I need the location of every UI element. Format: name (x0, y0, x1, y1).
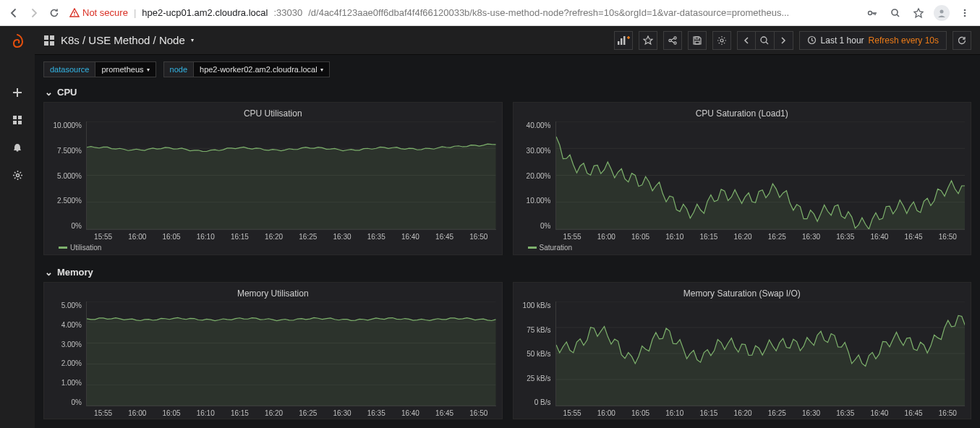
svg-point-2 (869, 11, 872, 14)
svg-point-4 (940, 9, 944, 13)
forward-button[interactable] (26, 5, 42, 21)
key-icon[interactable] (863, 4, 882, 22)
x-axis: 15:5516:0016:0516:1016:1516:2016:2516:30… (86, 406, 496, 417)
chevron-down-icon: ▾ (191, 37, 194, 43)
legend: Saturation (519, 241, 966, 253)
svg-rect-18 (618, 41, 620, 45)
back-button[interactable] (6, 5, 22, 21)
row-header-memory[interactable]: ⌄ Memory (43, 264, 971, 282)
panel-title: CPU Saturation (Load1) (519, 107, 966, 121)
svg-rect-9 (18, 116, 22, 119)
svg-rect-0 (74, 12, 74, 14)
url-host: hpe2-ucp01.am2.cloudra.local (142, 7, 268, 18)
var-node-value[interactable]: hpe2-worker02.am2.cloudra.local▾ (193, 61, 330, 77)
dashboard-title-text: K8s / USE Method / Node (61, 34, 185, 46)
create-icon[interactable] (6, 81, 29, 104)
legend-swatch (59, 247, 67, 249)
share-button[interactable] (663, 31, 682, 50)
url-port: :33030 (273, 7, 302, 18)
row-title-memory: Memory (57, 267, 93, 278)
dashboard-body: ⌄ CPU CPU Utilisation 10.000%7.500%5.000… (35, 84, 980, 428)
x-axis: 15:5516:0016:0516:1016:1516:2016:2516:30… (86, 230, 496, 241)
svg-rect-24 (695, 37, 699, 39)
var-datasource[interactable]: datasource prometheus▾ (43, 61, 156, 77)
address-bar[interactable]: Not secure | hpe2-ucp01.am2.cloudra.loca… (67, 7, 858, 18)
svg-rect-25 (695, 41, 699, 44)
url-path: /d/4ac4f123aae0ff6dbaf4f4f66120033b/k8s-… (308, 7, 789, 18)
zoom-icon[interactable] (886, 4, 905, 22)
var-datasource-value[interactable]: prometheus▾ (95, 61, 155, 77)
not-secure-text: Not secure (82, 7, 128, 18)
grafana-app: K8s / USE Method / Node ▾ Last 1 hour Re… (0, 26, 980, 428)
svg-point-6 (964, 12, 966, 14)
svg-point-5 (964, 9, 966, 11)
app-sidebar (0, 26, 35, 428)
legend: Utilisation (50, 241, 496, 253)
svg-rect-12 (17, 150, 19, 152)
svg-point-26 (720, 39, 723, 42)
chart-area[interactable]: 5.00%4.00%3.00%2.00%1.00%0% (50, 301, 496, 406)
time-range-text: Last 1 hour (821, 35, 864, 46)
svg-point-3 (892, 9, 898, 15)
panel-mem-util[interactable]: Memory Utilisation 5.00%4.00%3.00%2.00%1… (43, 282, 503, 419)
var-node[interactable]: node hpe2-worker02.am2.cloudra.local▾ (163, 61, 330, 77)
panel-title: Memory Saturation (Swap I/O) (519, 287, 966, 301)
zoom-out-button[interactable] (756, 31, 775, 50)
star-button[interactable] (639, 31, 657, 50)
bookmark-button[interactable] (909, 4, 928, 22)
panel-cpu-util[interactable]: CPU Utilisation 10.000%7.500%5.000%2.500… (43, 102, 503, 255)
legend-swatch (528, 247, 537, 249)
svg-point-22 (673, 36, 676, 38)
x-axis: 15:5516:0016:0516:1016:1516:2016:2516:30… (555, 406, 966, 417)
chart-area[interactable]: 40.00%30.00%20.00%10.00%0% (519, 121, 966, 230)
reload-button[interactable] (46, 5, 62, 21)
svg-point-13 (16, 174, 19, 176)
panel-mem-sat[interactable]: Memory Saturation (Swap I/O) 100 kB/s75 … (513, 282, 972, 419)
row-title-cpu: CPU (57, 87, 77, 98)
settings-button[interactable] (712, 31, 731, 50)
refresh-button[interactable] (953, 31, 971, 50)
chart-area[interactable]: 100 kB/s75 kB/s50 kB/s25 kB/s0 B/s (519, 301, 966, 406)
grafana-logo-icon[interactable] (7, 30, 28, 52)
svg-point-7 (964, 14, 966, 17)
svg-rect-8 (13, 116, 17, 119)
time-range-button[interactable]: Last 1 hour Refresh every 10s (799, 31, 947, 50)
legend-text: Saturation (540, 244, 573, 252)
svg-point-21 (668, 39, 670, 41)
svg-point-23 (673, 41, 676, 43)
panel-cpu-sat[interactable]: CPU Saturation (Load1) 40.00%30.00%20.00… (513, 102, 972, 255)
legend-text: Utilisation (70, 244, 101, 252)
chevron-down-icon: ⌄ (45, 267, 53, 278)
time-forward-button[interactable] (775, 31, 793, 50)
svg-rect-20 (623, 36, 626, 45)
main-area: K8s / USE Method / Node ▾ Last 1 hour Re… (35, 26, 980, 428)
var-node-label: node (163, 61, 193, 77)
svg-rect-1 (74, 14, 74, 15)
alerting-bell-icon[interactable] (6, 136, 29, 159)
dashboard-title[interactable]: K8s / USE Method / Node ▾ (43, 34, 194, 46)
chevron-down-icon: ⌄ (45, 87, 53, 98)
svg-rect-11 (18, 121, 22, 124)
save-button[interactable] (688, 31, 707, 50)
svg-rect-17 (50, 41, 54, 46)
panel-title: Memory Utilisation (50, 287, 496, 301)
browser-menu-button[interactable] (955, 4, 974, 22)
svg-point-27 (761, 37, 767, 43)
time-nav-group (737, 31, 793, 50)
refresh-interval-text: Refresh every 10s (869, 35, 939, 46)
dashboards-icon[interactable] (6, 108, 29, 132)
svg-rect-15 (50, 35, 54, 40)
settings-gear-icon[interactable] (6, 163, 29, 187)
add-panel-button[interactable] (614, 31, 633, 50)
x-axis: 15:5516:0016:0516:1016:1516:2016:2516:30… (555, 230, 966, 241)
browser-toolbar: Not secure | hpe2-ucp01.am2.cloudra.loca… (0, 0, 980, 26)
chart-area[interactable]: 10.000%7.500%5.000%2.500%0% (50, 121, 496, 230)
svg-rect-19 (621, 38, 623, 45)
time-back-button[interactable] (737, 31, 756, 50)
svg-rect-10 (13, 121, 17, 124)
row-header-cpu[interactable]: ⌄ CPU (43, 84, 971, 102)
svg-rect-14 (44, 35, 48, 40)
profile-avatar[interactable] (932, 4, 951, 22)
var-datasource-label: datasource (43, 61, 95, 77)
dashboard-header: K8s / USE Method / Node ▾ Last 1 hour Re… (35, 26, 980, 55)
